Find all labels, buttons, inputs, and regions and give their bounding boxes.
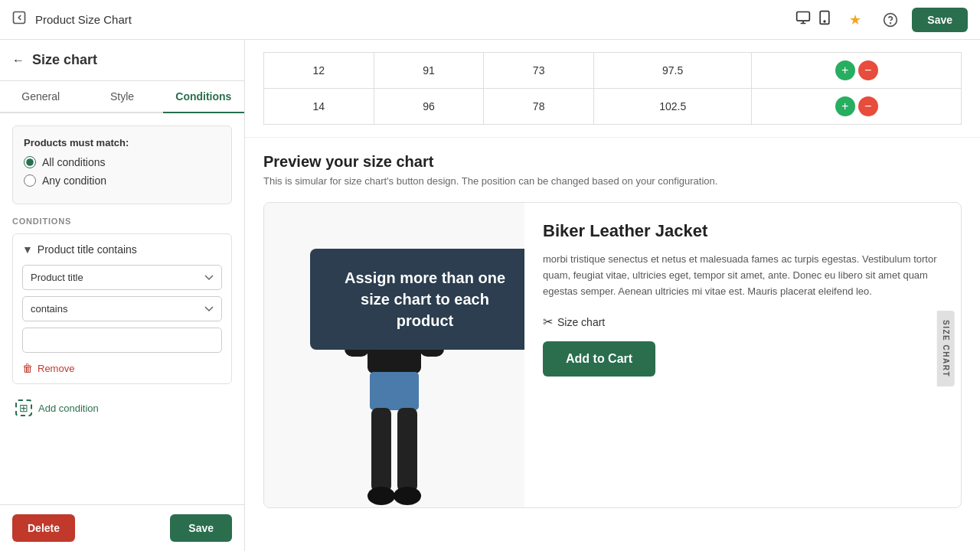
svg-point-15 xyxy=(394,487,421,505)
product-description: morbi tristique senectus et netus et mal… xyxy=(543,252,942,299)
add-condition-button[interactable]: ⊞ Add condition xyxy=(12,393,232,422)
svg-point-5 xyxy=(890,22,891,23)
tooltip-overlay: Assign more than one size chart to each … xyxy=(310,249,524,350)
add-condition-label: Add condition xyxy=(38,403,99,414)
cell-size-14: 14 xyxy=(264,89,374,125)
match-title: Products must match: xyxy=(24,137,220,148)
remove-button[interactable]: 🗑 Remove xyxy=(22,362,222,374)
conditions-label: CONDITIONS xyxy=(12,217,232,226)
star-icon[interactable]: ★ xyxy=(841,6,869,34)
help-icon[interactable] xyxy=(877,6,904,34)
sidebar-footer: Delete Save xyxy=(0,504,244,551)
cell-97-5: 97.5 xyxy=(593,53,751,89)
radio-all-conditions[interactable]: All conditions xyxy=(24,156,220,168)
sidebar-header: ← Size chart xyxy=(0,40,244,81)
condition-name: Product title contains xyxy=(38,243,137,256)
size-chart-link-label: Size chart xyxy=(557,316,605,328)
svg-rect-13 xyxy=(397,408,417,492)
size-chart-side-tab[interactable]: SIZE CHART xyxy=(937,311,955,386)
cell-size-12: 12 xyxy=(264,53,374,89)
tab-style[interactable]: Style xyxy=(81,81,162,112)
sidebar: ← Size chart General Style Conditions Pr… xyxy=(0,40,245,551)
tab-conditions[interactable]: Conditions xyxy=(163,81,244,112)
add-row-button-1[interactable]: + xyxy=(835,60,855,80)
topbar-save-button[interactable]: Save xyxy=(912,8,968,32)
cell-96: 96 xyxy=(374,89,484,125)
svg-point-3 xyxy=(824,21,825,22)
row-action-cell-1: + − xyxy=(752,53,962,89)
delete-button[interactable]: Delete xyxy=(12,514,75,542)
radio-all-input[interactable] xyxy=(24,156,36,168)
sidebar-save-button[interactable]: Save xyxy=(170,514,232,542)
add-condition-icon: ⊞ xyxy=(15,399,32,416)
add-row-button-2[interactable]: + xyxy=(835,96,855,116)
tablet-icon[interactable] xyxy=(817,10,832,29)
row-action-cell-2: + − xyxy=(752,89,962,125)
table-section: 12 91 73 97.5 + − 14 96 78 102.5 xyxy=(245,40,980,137)
sidebar-back-icon[interactable]: ← xyxy=(12,54,24,67)
preview-title: Preview your size chart xyxy=(263,153,962,171)
condition-header: ▼ Product title contains xyxy=(22,243,222,256)
tab-general[interactable]: General xyxy=(0,81,81,112)
radio-any-input[interactable] xyxy=(24,174,36,187)
top-bar: Product Size Chart ★ Save xyxy=(0,0,980,40)
product-details: Biker Leather Jacket morbi tristique sen… xyxy=(524,203,961,507)
product-image-area: Assign more than one size chart to each … xyxy=(264,203,524,507)
main-layout: ← Size chart General Style Conditions Pr… xyxy=(0,40,980,551)
condition-card: ▼ Product title contains Product title c… xyxy=(12,233,232,384)
radio-any-condition[interactable]: Any condition xyxy=(24,174,220,187)
add-to-cart-button[interactable]: Add to Cart xyxy=(543,341,655,377)
topbar-back-icon[interactable] xyxy=(12,11,26,28)
svg-rect-1 xyxy=(797,12,810,21)
remove-label: Remove xyxy=(38,363,74,374)
desktop-icon[interactable] xyxy=(795,10,811,29)
preview-subtitle: This is simular for size chart's button … xyxy=(263,175,962,187)
preview-section: Preview your size chart This is simular … xyxy=(245,137,980,523)
cell-91: 91 xyxy=(374,53,484,89)
svg-point-14 xyxy=(368,487,395,505)
tabs: General Style Conditions xyxy=(0,81,244,113)
field-select[interactable]: Product title xyxy=(22,265,222,290)
table-row: 12 91 73 97.5 + − xyxy=(264,53,962,89)
radio-all-label: All conditions xyxy=(42,156,106,168)
product-name: Biker Leather Jacket xyxy=(543,221,942,241)
cell-78: 78 xyxy=(484,89,594,125)
cell-102-5: 102.5 xyxy=(593,89,751,125)
cell-73: 73 xyxy=(484,53,594,89)
remove-row-button-1[interactable]: − xyxy=(858,60,878,80)
sidebar-content: Products must match: All conditions Any … xyxy=(0,113,244,504)
svg-rect-11 xyxy=(370,372,419,410)
size-chart-icon: ✂ xyxy=(543,315,553,329)
table-row: 14 96 78 102.5 + − xyxy=(264,89,962,125)
tooltip-text: Assign more than one size chart to each … xyxy=(332,267,518,331)
product-preview: Assign more than one size chart to each … xyxy=(263,202,962,508)
device-icons xyxy=(795,10,832,29)
svg-rect-12 xyxy=(371,408,391,492)
sidebar-title: Size chart xyxy=(32,52,97,68)
topbar-title: Product Size Chart xyxy=(35,13,786,26)
size-chart-link[interactable]: ✂ Size chart xyxy=(543,315,942,329)
match-section: Products must match: All conditions Any … xyxy=(12,126,232,204)
radio-any-label: Any condition xyxy=(42,174,106,187)
condition-value-input[interactable] xyxy=(22,328,222,353)
condition-toggle-icon[interactable]: ▼ xyxy=(22,243,33,256)
trash-icon: 🗑 xyxy=(22,362,33,374)
size-table: 12 91 73 97.5 + − 14 96 78 102.5 xyxy=(263,52,962,125)
remove-row-button-2[interactable]: − xyxy=(858,96,878,116)
topbar-icons: ★ Save xyxy=(841,6,968,34)
operator-select[interactable]: contains does not contain equals starts … xyxy=(22,296,222,321)
main-content: 12 91 73 97.5 + − 14 96 78 102.5 xyxy=(245,40,980,551)
